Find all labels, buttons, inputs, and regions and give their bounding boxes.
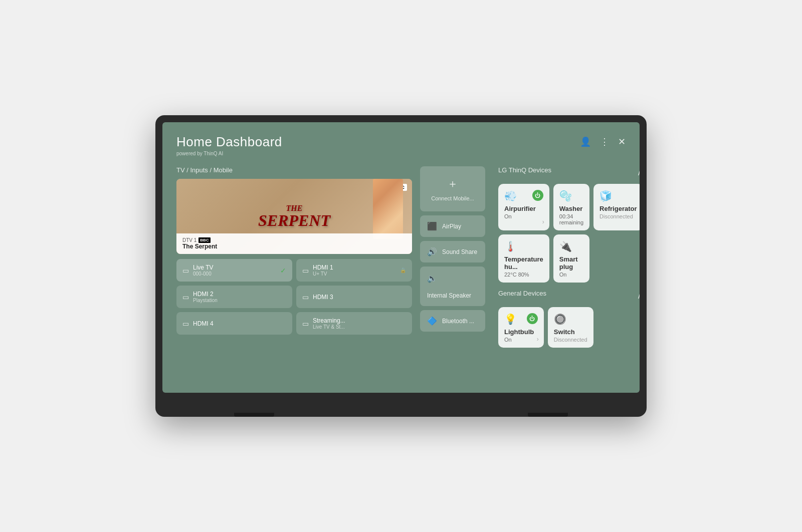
tv-inputs-panel: TV / Inputs / Mobile BBC THE SERPENT: [176, 166, 412, 355]
tv-preview-info: DTV 1 BBC The Serpent: [176, 233, 412, 254]
washer-status: 00:34 remaining: [559, 213, 583, 225]
lightbulb-header: 💡 ⏻: [504, 313, 538, 325]
subtitle: powered by ThinQ AI: [176, 151, 282, 156]
connect-mobile-tile[interactable]: ＋ Connect Mobile...: [420, 166, 485, 211]
device-switch[interactable]: 🔘 Switch Disconnected: [548, 307, 593, 348]
internal-speaker-label: Internal Speaker: [427, 292, 471, 299]
input-grid: ▭ Live TV 000-000 ✓ ▭ HDMI 1 U+ TV: [176, 259, 412, 335]
lightbulb-power-button[interactable]: ⏻: [527, 313, 538, 324]
input-streaming[interactable]: ▭ Streaming... Live TV & St...: [296, 312, 412, 335]
switch-name: Switch: [554, 328, 587, 336]
bluetooth-label: Bluetooth ...: [442, 318, 474, 325]
dtv-label: DTV 1: [182, 237, 196, 243]
header: Home Dashboard powered by ThinQ AI 👤 ⋮ ✕: [176, 134, 626, 156]
general-section-header: General Devices ∧: [498, 290, 640, 302]
input-hdmi3[interactable]: ▭ HDMI 3: [296, 286, 412, 308]
lightbulb-name: Lightbulb: [504, 328, 538, 336]
bluetooth-icon: 🔷: [427, 316, 437, 326]
device-smartplug[interactable]: 🔌 Smart plug On: [553, 234, 589, 283]
lock-icon: 🔒: [400, 268, 406, 273]
airplay-label: AirPlay: [442, 223, 461, 230]
device-temperature[interactable]: 🌡️ Temperature hu... 22°C 80%: [498, 234, 549, 283]
device-washer[interactable]: 🫧 Washer 00:34 remaining: [553, 184, 589, 230]
plus-icon: ＋: [447, 176, 458, 191]
device-lightbulb[interactable]: 💡 ⏻ Lightbulb On ›: [498, 307, 544, 348]
refrigerator-header: 🧊: [599, 190, 637, 202]
device-airpurifier[interactable]: 💨 ⏻ Airpurifier On ›: [498, 184, 549, 230]
washer-name: Washer: [559, 205, 583, 212]
sound-share-icon: 🔊: [427, 247, 437, 256]
airpurifier-power-button[interactable]: ⏻: [532, 190, 543, 201]
sound-share-tile[interactable]: 🔊 Sound Share: [420, 241, 485, 262]
hdmi3-icon: ▭: [302, 293, 309, 301]
temperature-header: 🌡️: [504, 240, 543, 252]
tv-frame: Home Dashboard powered by ThinQ AI 👤 ⋮ ✕…: [155, 115, 647, 417]
switch-status: Disconnected: [554, 337, 587, 343]
general-collapse-button[interactable]: ∧: [637, 291, 640, 301]
tv-section-label: TV / Inputs / Mobile: [176, 166, 412, 174]
bluetooth-tile[interactable]: 🔷 Bluetooth ...: [420, 310, 485, 332]
hdmi1-icon: ▭: [302, 267, 309, 275]
switch-header: 🔘: [554, 313, 587, 325]
tv-screen: Home Dashboard powered by ThinQ AI 👤 ⋮ ✕…: [162, 122, 640, 393]
hdmi3-text: HDMI 3: [313, 294, 333, 301]
refrigerator-name: Refrigerator: [599, 205, 637, 212]
airpurifier-name: Airpurifier: [504, 205, 543, 212]
main-content: TV / Inputs / Mobile BBC THE SERPENT: [176, 166, 626, 355]
more-options-icon[interactable]: ⋮: [600, 136, 609, 147]
airplay-tile[interactable]: ⬛ AirPlay: [420, 215, 485, 237]
hdmi2-text: HDMI 2 Playstation: [193, 291, 218, 303]
airpurifier-header: 💨 ⏻: [504, 190, 543, 202]
smartplug-header: 🔌: [559, 240, 583, 252]
input-live-tv[interactable]: ▭ Live TV 000-000 ✓: [176, 259, 292, 282]
lightbulb-status: On: [504, 337, 538, 343]
lightbulb-arrow-icon: ›: [537, 336, 539, 343]
hdmi2-icon: ▭: [182, 293, 189, 301]
devices-panel: LG ThinQ Devices ∧ 💨 ⏻ Airpurifier: [498, 166, 640, 355]
smartplug-icon: 🔌: [559, 240, 572, 252]
active-check-icon: ✓: [280, 267, 286, 275]
header-icons: 👤 ⋮ ✕: [580, 136, 626, 147]
sound-share-label: Sound Share: [442, 248, 477, 255]
tv-stand: [162, 393, 640, 417]
thinq-devices-section: LG ThinQ Devices ∧ 💨 ⏻ Airpurifier: [498, 166, 640, 283]
stand-right: [528, 393, 568, 417]
smartplug-status: On: [559, 272, 583, 278]
streaming-icon: ▭: [302, 320, 309, 328]
stand-base-right: [528, 413, 568, 417]
stand-base-left: [234, 413, 274, 417]
thinq-section-label: LG ThinQ Devices: [498, 166, 551, 174]
stand-leg-left: [239, 393, 269, 413]
internal-speaker-tile[interactable]: 🔈 Internal Speaker: [420, 267, 485, 306]
stand-leg-right: [533, 393, 563, 413]
airpurifier-arrow-icon: ›: [542, 218, 544, 225]
header-title-group: Home Dashboard powered by ThinQ AI: [176, 134, 282, 156]
tv-preview-card[interactable]: BBC THE SERPENT DTV: [176, 179, 412, 254]
washer-icon: 🫧: [559, 190, 572, 202]
refrigerator-icon: 🧊: [599, 190, 612, 202]
input-hdmi2[interactable]: ▭ HDMI 2 Playstation: [176, 286, 292, 308]
streaming-text: Streaming... Live TV & St...: [313, 317, 345, 330]
general-devices-grid: 💡 ⏻ Lightbulb On › 🔘: [498, 307, 640, 348]
washer-header: 🫧: [559, 190, 583, 202]
input-hdmi4[interactable]: ▭ HDMI 4: [176, 312, 292, 335]
hdmi1-text: HDMI 1 U+ TV: [313, 264, 333, 277]
audio-connect-panel: ＋ Connect Mobile... ⬛ AirPlay 🔊 Sound Sh…: [420, 166, 485, 355]
thinq-collapse-button[interactable]: ∧: [637, 168, 640, 177]
stand-left: [234, 393, 274, 417]
hdmi4-text: HDMI 4: [193, 320, 214, 327]
thinq-devices-grid: 💨 ⏻ Airpurifier On › 🫧: [498, 184, 640, 283]
bbc-inline: BBC: [198, 237, 210, 243]
input-hdmi1[interactable]: ▭ HDMI 1 U+ TV 🔒: [296, 259, 412, 282]
airpurifier-status: On: [504, 213, 543, 219]
close-icon[interactable]: ✕: [618, 136, 626, 147]
home-dashboard: Home Dashboard powered by ThinQ AI 👤 ⋮ ✕…: [162, 122, 640, 393]
show-name: The Serpent: [182, 243, 406, 250]
airplay-icon: ⬛: [427, 221, 437, 231]
device-refrigerator[interactable]: 🧊 Refrigerator Disconnected: [593, 184, 640, 230]
hdmi4-icon: ▭: [182, 320, 189, 328]
connect-mobile-label: Connect Mobile...: [431, 195, 474, 201]
refrigerator-status: Disconnected: [599, 213, 637, 219]
live-tv-icon: ▭: [182, 267, 189, 275]
profile-icon[interactable]: 👤: [580, 136, 591, 147]
